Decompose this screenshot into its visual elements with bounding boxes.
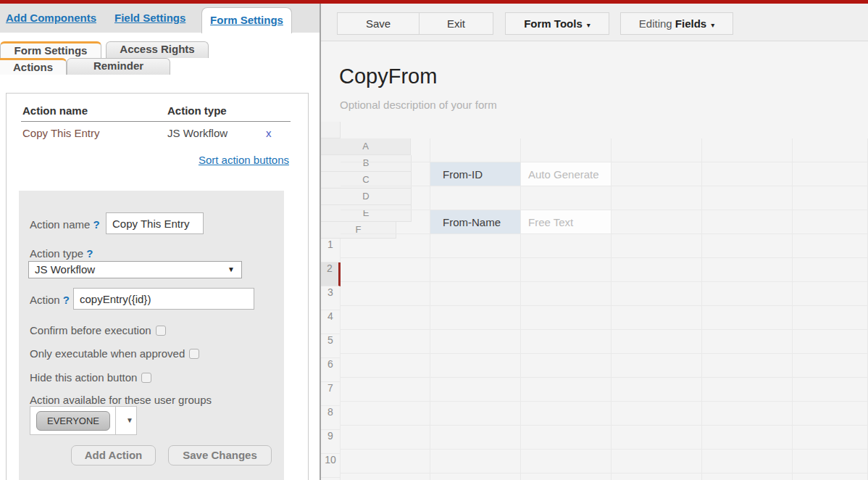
tab-form-settings-sub[interactable]: Form Settings (0, 41, 101, 58)
grid-cell-D12[interactable] (612, 402, 702, 426)
grid-cell-A12[interactable] (341, 402, 430, 426)
grid-cell-B11[interactable] (430, 378, 521, 402)
grid-cell-C9[interactable] (521, 330, 612, 354)
grid-cell-C8[interactable] (521, 306, 612, 330)
grid-cell-C7[interactable] (521, 282, 612, 306)
grid-cell-B12[interactable] (430, 402, 521, 426)
form-tools-menu-button[interactable]: Form Tools▾ (505, 12, 609, 35)
grid-cell-B6[interactable] (430, 258, 521, 282)
grid-cell-B14[interactable] (430, 450, 521, 473)
grid-cell-E1[interactable] (702, 138, 793, 162)
action-type-select[interactable]: JS Workflow ▼ (28, 261, 242, 278)
grid-cell-F13[interactable] (793, 426, 868, 450)
row-header-9[interactable]: 9 (321, 430, 341, 454)
user-groups-combobox[interactable]: EVERYONE ▼ (30, 406, 137, 435)
action-script-input[interactable] (73, 288, 254, 310)
row-header-8[interactable]: 8 (321, 406, 341, 430)
grid-cell-E5[interactable] (702, 234, 793, 258)
grid-cell-E6[interactable] (702, 258, 793, 282)
field-cell-C4[interactable]: Free Text (521, 210, 612, 234)
grid-cell-F3[interactable] (793, 186, 868, 210)
grid-cell-F6[interactable] (793, 258, 868, 282)
grid-cell-F15[interactable] (793, 473, 868, 480)
grid-cell-A14[interactable] (341, 450, 430, 473)
grid-cell-E8[interactable] (702, 306, 793, 330)
grid-cell-F10[interactable] (793, 354, 868, 378)
grid-cell-A4[interactable] (341, 210, 430, 234)
grid-cell-F7[interactable] (793, 282, 868, 306)
row-header-6[interactable]: 6 (321, 358, 341, 382)
grid-cell-C3[interactable] (521, 186, 612, 210)
grid-cell-B1[interactable] (430, 138, 521, 162)
grid-cell-B5[interactable] (430, 234, 521, 258)
grid-cell-F14[interactable] (793, 450, 868, 473)
grid-cell-F4[interactable] (793, 210, 868, 234)
grid-cell-C11[interactable] (521, 378, 612, 402)
grid-cell-C1[interactable] (521, 138, 612, 162)
grid-cell-B9[interactable] (430, 330, 521, 354)
grid-cell-A7[interactable] (341, 282, 430, 306)
grid-cell-B7[interactable] (430, 282, 521, 306)
grid-cell-D2[interactable] (612, 162, 702, 186)
grid-cell-C13[interactable] (521, 426, 612, 450)
tab-reminder[interactable]: Reminder (67, 58, 170, 75)
grid-cell-F12[interactable] (793, 402, 868, 426)
grid-cell-F9[interactable] (793, 330, 868, 354)
grid-cell-A8[interactable] (341, 306, 430, 330)
grid-cell-D15[interactable] (612, 473, 702, 480)
grid-cell-D13[interactable] (612, 426, 702, 450)
grid-cell-F8[interactable] (793, 306, 868, 330)
grid-cell-E7[interactable] (702, 282, 793, 306)
row-header-5[interactable]: 5 (321, 334, 341, 358)
row-header-7[interactable]: 7 (321, 382, 341, 406)
tab-actions[interactable]: Actions (0, 58, 67, 75)
grid-cell-B13[interactable] (430, 426, 521, 450)
help-icon[interactable]: ? (93, 218, 99, 231)
exit-button[interactable]: Exit (419, 12, 493, 35)
grid-cell-E15[interactable] (702, 473, 793, 480)
help-icon[interactable]: ? (86, 247, 93, 260)
grid-cell-E14[interactable] (702, 450, 793, 473)
user-group-chip[interactable]: EVERYONE (36, 411, 110, 431)
grid-cell-C15[interactable] (521, 473, 612, 480)
grid-cell-D4[interactable] (612, 210, 702, 234)
grid-cell-A1[interactable] (341, 138, 430, 162)
grid-cell-D7[interactable] (612, 282, 702, 306)
row-header-10[interactable]: 10 (321, 454, 341, 478)
sort-action-buttons-link[interactable]: Sort action buttons (199, 154, 289, 166)
grid-cell-B15[interactable] (430, 473, 521, 480)
grid-cell-A3[interactable] (341, 186, 430, 210)
grid-cell-E11[interactable] (702, 378, 793, 402)
grid-cell-D8[interactable] (612, 306, 702, 330)
help-icon[interactable]: ? (63, 294, 70, 306)
save-button[interactable]: Save (337, 12, 420, 35)
grid-cell-E10[interactable] (702, 354, 793, 378)
only-executable-approved-checkbox[interactable] (189, 349, 199, 359)
grid-cell-D9[interactable] (612, 330, 702, 354)
grid-cell-E4[interactable] (702, 210, 793, 234)
grid-cell-F5[interactable] (793, 234, 868, 258)
row-header-4[interactable]: 4 (321, 310, 341, 334)
form-title[interactable]: CopyFrom (339, 65, 437, 88)
action-name-input[interactable] (106, 212, 204, 234)
row-header-2[interactable]: 2 (321, 262, 341, 286)
grid-cell-A5[interactable] (341, 234, 430, 258)
grid-cell-B10[interactable] (430, 354, 521, 378)
grid-cell-F1[interactable] (793, 138, 868, 162)
row-header-1[interactable]: 1 (321, 239, 341, 262)
grid-cell-F11[interactable] (793, 378, 868, 402)
editing-mode-menu-button[interactable]: Editing Fields▾ (620, 12, 733, 35)
grid-cell-C10[interactable] (521, 354, 612, 378)
grid-cell-B3[interactable] (430, 186, 521, 210)
field-cell-B4[interactable]: From-Name (430, 210, 521, 234)
grid-cell-A10[interactable] (341, 354, 430, 378)
tab-field-settings[interactable]: Field Settings (114, 12, 185, 24)
grid-cell-A6[interactable] (341, 258, 430, 282)
grid-cell-D3[interactable] (612, 186, 702, 210)
grid-cell-A13[interactable] (341, 426, 430, 450)
grid-cell-E13[interactable] (702, 426, 793, 450)
grid-cell-D5[interactable] (612, 234, 702, 258)
grid-cell-D11[interactable] (612, 378, 702, 402)
confirm-before-execution-checkbox[interactable] (156, 326, 166, 336)
grid-cell-A11[interactable] (341, 378, 430, 402)
